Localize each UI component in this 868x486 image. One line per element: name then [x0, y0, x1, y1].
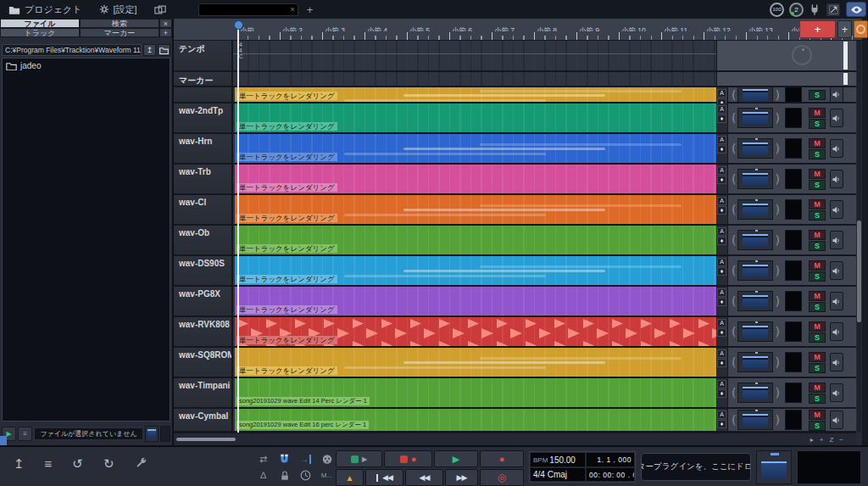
solo-button[interactable]: S	[809, 119, 826, 129]
tab-tracks[interactable]: トラック	[0, 28, 80, 37]
add-track-button[interactable]: +	[799, 20, 836, 38]
solo-button[interactable]: S	[809, 363, 826, 373]
safe-record-button[interactable]: ▲	[336, 469, 364, 486]
fader-handle[interactable]	[743, 112, 768, 126]
scale-snap-icon[interactable]: ∆	[260, 471, 266, 480]
master-plugin-drop-area[interactable]: （マスタープラグインを、ここにドロップ ）	[641, 453, 751, 481]
track-header[interactable]: wav-Timpani	[174, 378, 233, 407]
tab-markers[interactable]: マーカー	[80, 28, 159, 37]
browser-visibility-button[interactable]	[846, 2, 866, 17]
fader-handle[interactable]	[743, 326, 768, 339]
vertical-scroll-thumb[interactable]	[857, 221, 861, 322]
redo-button[interactable]: ↻	[103, 457, 114, 470]
horizontal-scrollbar[interactable]: ▸ + Z −	[174, 433, 856, 445]
close-tab-icon[interactable]: ×	[290, 6, 294, 14]
automation-button[interactable]: A	[717, 197, 726, 205]
automation-diamond-icon[interactable]: ♦	[717, 298, 726, 306]
automation-diamond-icon[interactable]: ♦	[717, 145, 726, 154]
track-lane[interactable]: 単一トラックをレンダリング	[233, 348, 716, 377]
folder-up-button[interactable]: ↥	[143, 44, 156, 56]
volume-fader[interactable]	[737, 383, 773, 403]
solo-button[interactable]: S	[809, 180, 826, 190]
sidebar-add-button[interactable]: +	[159, 28, 172, 37]
plugin-plug-icon[interactable]	[809, 3, 821, 16]
audio-clip[interactable]: 単一トラックをレンダリング	[235, 134, 716, 163]
volume-fader[interactable]	[737, 138, 773, 159]
timeline-ruler[interactable]: 小節小節 2小節 3小節 4小節 5小節 6小節 7小節 8小節 9小節 10小…	[174, 19, 862, 41]
automation-button[interactable]: A	[717, 411, 726, 419]
current-path-field[interactable]: C:¥Program Files¥Tracktion¥Waveform 11	[2, 44, 142, 56]
automation-diamond-icon[interactable]: ♦	[717, 206, 726, 215]
automation-button[interactable]: A	[717, 166, 726, 175]
track-lane[interactable]: 単一トラックをレンダリング	[233, 317, 716, 346]
solo-button[interactable]: S	[809, 332, 826, 343]
fader-handle[interactable]	[743, 89, 768, 103]
audio-clip[interactable]: 単一トラックをレンダリング	[235, 103, 716, 132]
fast-forward-button[interactable]: ▶▶	[445, 469, 478, 486]
mute-button[interactable]: M	[809, 230, 826, 240]
track-lane[interactable]: 単一トラックをレンダリング	[233, 165, 716, 193]
timesig-key-display[interactable]: 4/4 Cmaj	[530, 467, 586, 482]
output-button[interactable]	[830, 170, 843, 188]
automation-button[interactable]: A	[717, 319, 726, 327]
automation-button[interactable]: A	[717, 105, 726, 114]
solo-button[interactable]: S	[809, 394, 826, 404]
rewind-button[interactable]: ◀◀	[405, 469, 443, 486]
output-button[interactable]	[830, 87, 843, 102]
solo-button[interactable]: S	[809, 421, 826, 431]
return-to-start-button[interactable]: ◀◀	[365, 469, 403, 486]
preview-volume-fader[interactable]	[145, 426, 159, 442]
automation-diamond-icon[interactable]: ♦	[717, 389, 726, 398]
mute-button[interactable]: M	[809, 260, 826, 271]
audio-clip[interactable]: 単一トラックをレンダリング	[235, 348, 716, 377]
file-item-jadeo[interactable]: jadeo	[6, 61, 166, 70]
file-list[interactable]: jadeo	[2, 58, 170, 422]
playhead[interactable]	[237, 22, 239, 433]
fader-handle[interactable]	[743, 142, 768, 156]
volume-fader[interactable]	[737, 87, 773, 102]
automation-diamond-icon[interactable]: ♦	[717, 237, 726, 245]
track-lane[interactable]: song20191029 wave Edit 14 Perc レンダー 1	[233, 378, 716, 407]
fader-handle[interactable]	[743, 173, 768, 187]
menu-button[interactable]: ≡	[45, 457, 53, 470]
lock-icon[interactable]	[280, 470, 290, 481]
volume-fader[interactable]	[737, 291, 773, 311]
fader-handle[interactable]	[743, 234, 768, 248]
automation-diamond-icon[interactable]: ♦	[717, 115, 726, 123]
sync-icon[interactable]: ⇄	[259, 455, 267, 464]
automation-button[interactable]: A	[717, 89, 726, 98]
solo-button[interactable]: S	[809, 149, 826, 159]
edit-tabs-button[interactable]	[146, 0, 175, 19]
metronome-click-icon[interactable]	[321, 454, 333, 465]
fader-handle[interactable]	[743, 295, 768, 309]
automation-diamond-icon[interactable]: ♦	[717, 328, 726, 337]
automation-button[interactable]: A	[717, 349, 726, 358]
new-folder-button[interactable]	[158, 44, 170, 56]
output-button[interactable]	[830, 292, 843, 310]
loop-abort-button[interactable]: ◎	[480, 469, 524, 486]
audio-clip[interactable]: 単一トラックをレンダリング	[235, 226, 716, 254]
new-tab-button[interactable]: +	[307, 3, 314, 16]
timecode-clock-icon[interactable]	[300, 470, 311, 481]
strip-scroll-bar[interactable]	[843, 73, 848, 85]
track-header[interactable]: wav-Ob	[174, 226, 233, 254]
position-bars-display[interactable]: 1. 1 . 000	[586, 452, 635, 467]
tempo-track-header[interactable]: テンポ	[174, 41, 233, 70]
horizontal-scroll-thumb[interactable]	[176, 438, 236, 441]
undo-button[interactable]: ↺	[72, 457, 83, 470]
track-lane[interactable]: 単一トラックをレンダリング	[233, 256, 716, 285]
mute-button[interactable]: M	[809, 108, 826, 118]
volume-fader[interactable]	[737, 352, 773, 372]
output-button[interactable]	[830, 109, 843, 127]
bpm-display[interactable]: BPM150.00	[530, 452, 586, 467]
automation-button[interactable]: A	[717, 227, 726, 236]
tempo-knob[interactable]	[792, 45, 812, 65]
vertical-scrollbar[interactable]	[857, 41, 861, 433]
auto-play-toggle[interactable]: ▶	[336, 450, 382, 467]
output-button[interactable]	[830, 231, 843, 249]
file-options-button[interactable]: ≡	[18, 427, 32, 441]
strip-scroll-bar[interactable]	[843, 42, 848, 70]
output-button[interactable]	[830, 200, 843, 219]
zoom-out-button[interactable]: −	[839, 436, 843, 444]
mute-button[interactable]: M	[809, 199, 826, 209]
